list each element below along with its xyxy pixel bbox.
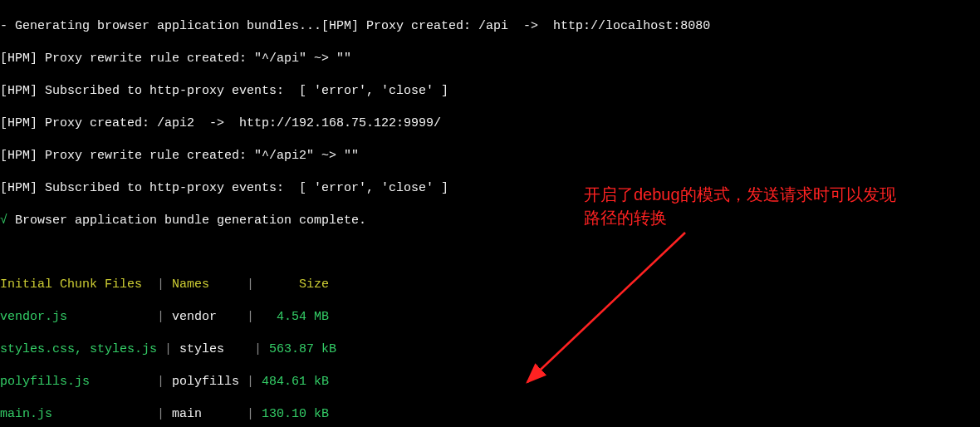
chunk-name: main	[172, 407, 239, 421]
pipe-icon: |	[157, 277, 172, 292]
table-row: main.js | main | 130.10 kB	[0, 406, 980, 423]
file-name: main.js	[0, 407, 157, 421]
log-line: [HPM] Proxy rewrite rule created: "^/api…	[0, 148, 980, 164]
table-row: styles.css, styles.js | styles | 563.87 …	[0, 341, 980, 358]
chunk-name: polyfills	[172, 375, 239, 389]
check-icon: √	[0, 214, 7, 228]
file-size: 130.10 kB	[262, 407, 329, 421]
table-row: vendor.js | vendor | 4.54 MB	[0, 309, 980, 326]
table-header: Initial Chunk Files | Names | Size	[0, 277, 980, 293]
table-row: polyfills.js | polyfills | 484.61 kB	[0, 374, 980, 390]
chunk-name: vendor	[172, 310, 239, 324]
log-line: - Generating browser application bundles…	[0, 18, 980, 35]
file-name: vendor.js	[0, 310, 157, 324]
pipe-icon: |	[239, 277, 299, 292]
file-size: 484.61 kB	[262, 375, 329, 389]
header-files: Initial Chunk Files	[0, 277, 157, 292]
annotation-line1: 开启了debug的模式，发送请求时可以发现	[584, 183, 896, 206]
annotation-line2: 路径的转换	[584, 206, 896, 229]
header-size: Size	[299, 277, 329, 292]
log-text: Browser application bundle generation co…	[7, 214, 366, 228]
header-names: Names	[172, 277, 239, 292]
file-name: polyfills.js	[0, 375, 157, 389]
file-name: styles.css, styles.js	[0, 342, 157, 356]
log-line: [HPM] Proxy created: /api2 -> http://192…	[0, 115, 980, 132]
chunk-name: styles	[179, 342, 247, 356]
file-size: 4.54 MB	[277, 310, 329, 324]
annotation-text: 开启了debug的模式，发送请求时可以发现 路径的转换	[584, 183, 896, 229]
log-line: [HPM] Proxy rewrite rule created: "^/api…	[0, 51, 980, 67]
file-size: 563.87 kB	[269, 342, 336, 356]
log-line: [HPM] Subscribed to http-proxy events: […	[0, 83, 980, 100]
